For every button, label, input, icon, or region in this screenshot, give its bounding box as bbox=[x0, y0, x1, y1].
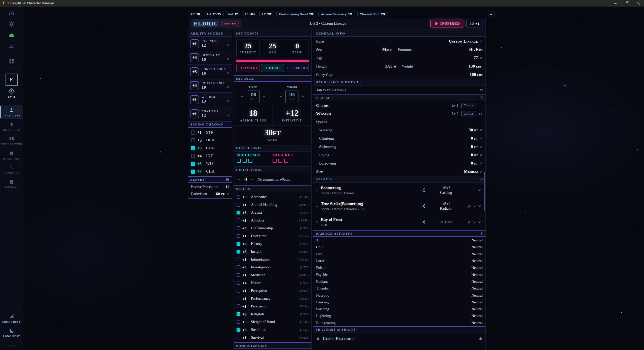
edit-icon[interactable] bbox=[227, 44, 230, 46]
tracker-pill[interactable]: AC 18 bbox=[188, 11, 202, 17]
sidebar-item-bonuses[interactable]: BONUSES bbox=[0, 162, 23, 177]
damage-affinity-row[interactable]: Bludgeoning Neutral bbox=[313, 320, 485, 326]
skill-proficiency-checkbox[interactable] bbox=[237, 273, 240, 277]
damage-affinity-row[interactable]: Acid Neutral bbox=[313, 237, 485, 244]
hp-max-box[interactable]: 25 MAX bbox=[261, 40, 284, 57]
party-button[interactable] bbox=[9, 43, 15, 49]
skill-proficiency-checkbox[interactable] bbox=[237, 218, 240, 222]
skill-row[interactable]: +3 Insight (WIS) bbox=[234, 248, 311, 256]
edit-icon[interactable] bbox=[480, 137, 483, 140]
skill-proficiency-checkbox[interactable] bbox=[237, 304, 240, 308]
damage-button[interactable]: −DAMAGE bbox=[236, 64, 259, 72]
proficiency-checkbox[interactable] bbox=[191, 162, 195, 166]
lock-icon[interactable] bbox=[480, 232, 483, 235]
skill-proficiency-checkbox[interactable] bbox=[237, 203, 240, 207]
skill-proficiency-checkbox[interactable] bbox=[237, 289, 240, 293]
skill-row[interactable]: +1 Perception (WIS) bbox=[234, 287, 311, 295]
temp-hp-button[interactable]: TEMP HP bbox=[286, 64, 309, 72]
skill-row[interactable]: +6 History (INT) bbox=[234, 240, 311, 248]
edit-icon[interactable] bbox=[468, 220, 471, 224]
sidebar-item-inventory[interactable]: INVENTORY bbox=[0, 148, 23, 162]
sidebar-item-resources[interactable]: RESOURCES bbox=[0, 119, 23, 134]
proficiency-checkbox[interactable] bbox=[191, 146, 195, 150]
ability-card[interactable]: +1 WISDOM 13 bbox=[188, 93, 232, 107]
failure-checkbox[interactable] bbox=[284, 159, 288, 163]
backstory-expand-row[interactable]: Tap to View Details... bbox=[313, 85, 485, 94]
ability-card[interactable]: +3 CONSTITUTION 16 bbox=[188, 65, 232, 79]
skill-row[interactable]: +3 Acrobatics (DEX) bbox=[234, 193, 311, 201]
skill-row[interactable]: +1 Medicine (WIS) bbox=[234, 271, 311, 279]
edit-icon[interactable] bbox=[227, 85, 230, 88]
proficiency-checkbox[interactable] bbox=[191, 170, 195, 174]
sidebar-item-spellcasting[interactable]: SPELLCASTING bbox=[0, 134, 23, 148]
skill-proficiency-checkbox[interactable] bbox=[237, 258, 240, 261]
exhaustion-minus-button[interactable]: − bbox=[238, 177, 241, 182]
expand-attack-chevron[interactable] bbox=[478, 204, 480, 207]
dashboard-button[interactable] bbox=[9, 58, 15, 64]
short-rest-button[interactable]: SHORT REST bbox=[0, 311, 23, 326]
add-class-button[interactable]: ⊕ bbox=[479, 96, 483, 100]
skill-proficiency-checkbox[interactable] bbox=[237, 234, 240, 238]
drag-handle-icon[interactable]: = bbox=[316, 220, 321, 224]
die-minus-button[interactable]: − bbox=[241, 94, 244, 99]
damage-affinity-row[interactable]: Force Neutral bbox=[313, 258, 485, 264]
skill-row[interactable]: +5 Stealth D (DEX) bbox=[234, 326, 311, 334]
skill-proficiency-checkbox[interactable] bbox=[237, 242, 240, 246]
expand-attack-chevron[interactable] bbox=[478, 220, 480, 223]
drag-dots-icon[interactable]: ⠿ bbox=[317, 336, 319, 341]
hp-current-box[interactable]: 25 CURRENT bbox=[236, 40, 259, 57]
hit-die-box[interactable]: D8 1 / 1 bbox=[247, 90, 260, 103]
proficiency-checkbox[interactable] bbox=[191, 131, 195, 135]
expand-attack-chevron[interactable] bbox=[478, 188, 480, 191]
ability-card[interactable]: +1 CHARISMA 12 bbox=[188, 107, 232, 121]
sync-cloud-button[interactable] bbox=[9, 32, 15, 38]
sidebar-item-character[interactable]: CHARACTER bbox=[0, 105, 23, 119]
skill-proficiency-checkbox[interactable] bbox=[237, 281, 240, 285]
damage-affinity-row[interactable]: Fire Neutral bbox=[313, 251, 485, 258]
tracker-pill[interactable]: Arcane Recovery 1/1 bbox=[318, 11, 355, 17]
skill-row[interactable]: +1 Animal Handling (WIS) bbox=[234, 201, 311, 209]
damage-affinity-row[interactable]: Slashing Neutral bbox=[313, 306, 485, 312]
damage-affinity-row[interactable]: Psychic Neutral bbox=[313, 271, 485, 278]
edit-icon[interactable] bbox=[227, 57, 230, 60]
maximize-button[interactable] bbox=[621, 0, 632, 7]
drag-handle-icon[interactable]: = bbox=[316, 204, 321, 208]
damage-affinity-row[interactable]: Cold Neutral bbox=[313, 244, 485, 250]
skill-row[interactable]: +1 Persuasion (CHA) bbox=[234, 302, 311, 310]
long-rest-button[interactable]: LONG REST bbox=[0, 326, 23, 340]
hp-temp-box[interactable]: 0 TEMP bbox=[286, 40, 309, 57]
success-checkbox[interactable] bbox=[248, 159, 252, 163]
skill-proficiency-checkbox[interactable] bbox=[237, 211, 240, 214]
delete-attack-button[interactable]: × bbox=[473, 220, 475, 224]
skill-proficiency-checkbox[interactable] bbox=[237, 312, 240, 316]
skill-row[interactable]: +3 Sleight of Hand (DEX) bbox=[234, 318, 311, 326]
tracker-pill[interactable]: HP 25/25 bbox=[205, 11, 223, 17]
skill-proficiency-checkbox[interactable] bbox=[237, 250, 240, 253]
skill-row[interactable]: +1 Performance (CHA) bbox=[234, 295, 311, 302]
skill-proficiency-checkbox[interactable] bbox=[237, 320, 240, 324]
tracker-pill[interactable]: Emboldening Bond 2/2 bbox=[276, 11, 316, 17]
saving-throw-row[interactable]: +4 INT bbox=[188, 152, 232, 160]
ability-card[interactable]: +1 STRENGTH 12 bbox=[188, 37, 232, 51]
failure-checkbox[interactable] bbox=[273, 159, 277, 163]
edit-icon[interactable] bbox=[480, 162, 483, 165]
edit-icon[interactable] bbox=[480, 129, 483, 131]
tracker-pill[interactable]: Init 12 bbox=[226, 11, 241, 17]
add-tracker-button[interactable]: + bbox=[488, 11, 495, 17]
edit-icon[interactable] bbox=[227, 114, 230, 117]
success-checkbox[interactable] bbox=[237, 159, 241, 163]
proficiency-checkbox[interactable] bbox=[191, 154, 195, 158]
skill-row[interactable]: +6 Arcana (INT) bbox=[234, 209, 311, 216]
proficiency-checkbox[interactable] bbox=[191, 138, 195, 142]
inspired-button[interactable]: INSPIRED bbox=[430, 20, 464, 27]
home-button[interactable] bbox=[9, 10, 15, 16]
class-features-row[interactable]: ⠿ Class Features ⊕ bbox=[313, 333, 485, 344]
skill-row[interactable]: +1 Deception (CHA) bbox=[234, 232, 311, 240]
character-avatar[interactable]: E bbox=[6, 74, 18, 86]
skill-proficiency-checkbox[interactable] bbox=[237, 328, 240, 332]
damage-affinity-row[interactable]: Radiant Neutral bbox=[313, 278, 485, 285]
edit-icon[interactable] bbox=[480, 153, 483, 156]
delete-attack-button[interactable]: × bbox=[473, 204, 475, 208]
sidebar-item-journal[interactable]: JOURNAL bbox=[0, 177, 23, 191]
damage-affinity-row[interactable]: Piercing Neutral bbox=[313, 299, 485, 306]
